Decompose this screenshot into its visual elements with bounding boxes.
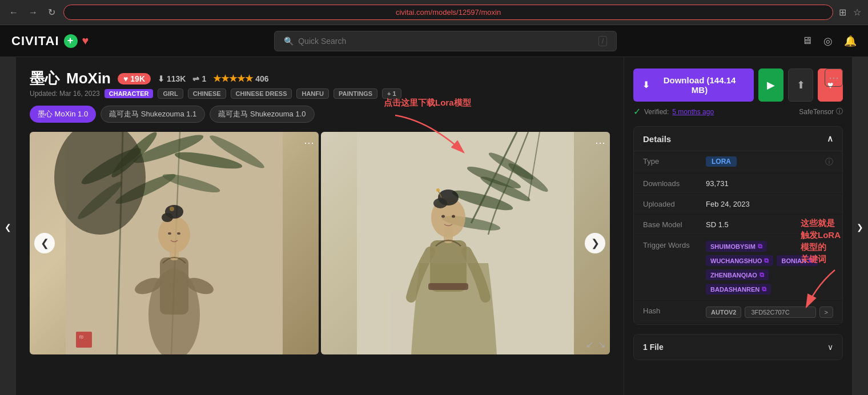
trigger-tag-shuimobysim[interactable]: SHUIMOBYSIM ⧉ bbox=[706, 241, 767, 252]
trigger-tag-bonian[interactable]: BONIAN ⧉ bbox=[777, 255, 817, 266]
monitor-icon[interactable]: 🖥 bbox=[802, 35, 812, 47]
safe-tensor-badge: SafeTensor ⓘ bbox=[799, 107, 843, 116]
hash-label: Hash bbox=[643, 307, 706, 315]
svg-point-39 bbox=[436, 188, 440, 192]
rotate-icon-1[interactable]: ↙ bbox=[586, 339, 593, 350]
search-input[interactable] bbox=[298, 37, 594, 46]
more-options-button[interactable]: ⋯ bbox=[825, 68, 843, 87]
rating-stat: ★★★★★ 406 bbox=[213, 73, 268, 84]
files-chevron-icon[interactable]: ∨ bbox=[827, 342, 833, 352]
trigger-tag-badashanren[interactable]: BADASHANREN ⧉ bbox=[706, 284, 771, 295]
trigger-tag-zhenbanqiao[interactable]: ZHENBANQIAO ⧉ bbox=[706, 269, 769, 280]
model-title-chinese: 墨心 bbox=[30, 68, 59, 88]
browser-icons: ⊞ ☆ bbox=[839, 7, 861, 18]
tag-character[interactable]: CHARACTER bbox=[105, 89, 154, 98]
left-sidebar-arrow[interactable]: ❮ bbox=[0, 57, 16, 395]
back-button[interactable]: ← bbox=[7, 5, 21, 20]
star-icon[interactable]: ☆ bbox=[853, 7, 861, 18]
eye-off-icon[interactable]: ◎ bbox=[823, 35, 833, 47]
downloads-label: Downloads bbox=[643, 179, 706, 188]
versions-value: 1 bbox=[202, 74, 206, 83]
svg-point-41 bbox=[452, 215, 455, 218]
search-shortcut: / bbox=[598, 36, 607, 46]
files-label: 1 File bbox=[643, 342, 664, 352]
image-placeholder-2 bbox=[321, 132, 610, 354]
image-2-menu[interactable]: ⋯ bbox=[595, 136, 605, 149]
tag-hanfu[interactable]: HANFU bbox=[296, 88, 329, 99]
safe-tensor-info[interactable]: ⓘ bbox=[836, 107, 843, 116]
top-nav: CIVITAI + ♥ 🔍 / 🖥 ◎ 🔔 bbox=[0, 25, 868, 57]
download-button[interactable]: ⬇ Download (144.14 MB) bbox=[633, 68, 754, 102]
gallery-bottom-icons: ↙ ↘ bbox=[586, 339, 605, 350]
tag-girl[interactable]: GIRL bbox=[158, 88, 183, 99]
hash-values: AUTOV2 3FD52C707C > bbox=[706, 307, 833, 318]
rotate-icon-2[interactable]: ↘ bbox=[598, 339, 605, 350]
versions-icon: ⇌ bbox=[192, 74, 199, 83]
likes-count: 19K bbox=[130, 74, 145, 83]
model-title-english: MoXin bbox=[66, 70, 111, 87]
logo[interactable]: CIVITAI + ♥ bbox=[11, 34, 89, 49]
tag-chinese[interactable]: CHINESE bbox=[188, 88, 226, 99]
download-label: Download (144.14 MB) bbox=[654, 75, 745, 95]
trigger-tag-wuchangshuo[interactable]: WUCHANGSHUO ⧉ bbox=[706, 255, 773, 266]
copy-icon-5[interactable]: ⧉ bbox=[762, 285, 766, 293]
version-tab-2[interactable]: 疏可走马 Shukezouma 1.1 bbox=[101, 106, 205, 123]
download-icon: ⬇ bbox=[158, 74, 164, 83]
version-tab-1[interactable]: 墨心 MoXin 1.0 bbox=[30, 106, 96, 123]
svg-point-37 bbox=[433, 198, 447, 208]
grid-icon[interactable]: ⊞ bbox=[839, 7, 846, 18]
base-model-label: Base Model bbox=[643, 220, 706, 229]
lora-badge: LORA bbox=[706, 156, 737, 167]
uploaded-row: Uploaded Feb 24, 2023 bbox=[634, 194, 842, 215]
svg-point-19 bbox=[162, 213, 173, 222]
tag-paintings[interactable]: PAINTINGS bbox=[333, 88, 377, 99]
verified-icon: ✓ bbox=[633, 106, 641, 117]
type-info-icon[interactable]: ⓘ bbox=[825, 157, 833, 167]
base-model-value: SD 1.5 bbox=[706, 220, 833, 229]
hash-expand[interactable]: > bbox=[819, 307, 833, 318]
gallery-next-button[interactable]: ❯ bbox=[585, 233, 605, 253]
tag-chinese-dress[interactable]: CHINESE DRESS bbox=[231, 88, 292, 99]
ink-painting-1: 印 bbox=[30, 132, 319, 354]
forward-button[interactable]: → bbox=[26, 5, 40, 20]
model-title-row: 墨心 MoXin ♥ 19K ⬇ 113K ⇌ 1 ★★★★★ 406 bbox=[30, 68, 610, 88]
url-bar[interactable]: civitai.com/models/12597/moxin bbox=[63, 5, 833, 20]
heart-nav-icon[interactable]: ♥ bbox=[82, 34, 90, 47]
share-icon: ⬆ bbox=[797, 79, 805, 91]
gallery-image-1[interactable]: 印 ⋯ ❮ bbox=[30, 132, 319, 354]
svg-point-17 bbox=[158, 216, 190, 253]
image-1-menu[interactable]: ⋯ bbox=[304, 136, 314, 149]
plus-button[interactable]: + bbox=[64, 34, 78, 48]
download-row: ⬇ Download (144.14 MB) ▶ ⬆ ♥ bbox=[633, 68, 843, 102]
details-collapse-icon[interactable]: ∧ bbox=[827, 134, 833, 144]
files-section[interactable]: 1 File ∨ bbox=[633, 334, 843, 360]
copy-icon-1[interactable]: ⧉ bbox=[758, 243, 762, 250]
svg-rect-23 bbox=[76, 332, 92, 348]
gallery-image-2[interactable]: ⋯ ❯ ↙ ↘ bbox=[321, 132, 610, 354]
share-button[interactable]: ⬆ bbox=[788, 68, 813, 102]
type-row: Type LORA ⓘ bbox=[634, 151, 842, 174]
copy-icon-3[interactable]: ⧉ bbox=[809, 257, 813, 264]
copy-icon-4[interactable]: ⧉ bbox=[760, 271, 764, 279]
svg-point-22 bbox=[177, 232, 180, 235]
version-tab-3[interactable]: 疏可走马 Shukezouma 1.0 bbox=[210, 106, 314, 123]
type-value: LORA bbox=[706, 157, 825, 166]
image-placeholder-1: 印 bbox=[30, 132, 319, 354]
search-bar[interactable]: 🔍 / bbox=[274, 31, 617, 51]
copy-icon-2[interactable]: ⧉ bbox=[764, 257, 769, 264]
gallery-prev-button[interactable]: ❮ bbox=[34, 233, 55, 253]
refresh-button[interactable]: ↻ bbox=[46, 5, 58, 20]
verified-time[interactable]: 5 months ago bbox=[672, 108, 714, 116]
bell-icon[interactable]: 🔔 bbox=[844, 35, 857, 47]
browser-chrome: ← → ↻ civitai.com/models/12597/moxin ⊞ ☆ bbox=[0, 0, 868, 25]
uploaded-label: Uploaded bbox=[643, 200, 706, 208]
svg-point-21 bbox=[168, 232, 171, 235]
verified-row: ✓ Verified: 5 months ago SafeTensor ⓘ bbox=[633, 106, 843, 117]
right-sidebar-arrow[interactable]: ❯ bbox=[852, 57, 868, 395]
downloads-row: Downloads 93,731 bbox=[634, 174, 842, 194]
play-button[interactable]: ▶ bbox=[758, 68, 783, 102]
tag-plus[interactable]: + 1 bbox=[382, 88, 401, 99]
stars-icon: ★★★★★ bbox=[213, 73, 253, 84]
details-section: Details ∧ Type LORA ⓘ Downloads 93,731 U… bbox=[633, 126, 843, 325]
hash-row: Hash AUTOV2 3FD52C707C > bbox=[634, 301, 842, 324]
